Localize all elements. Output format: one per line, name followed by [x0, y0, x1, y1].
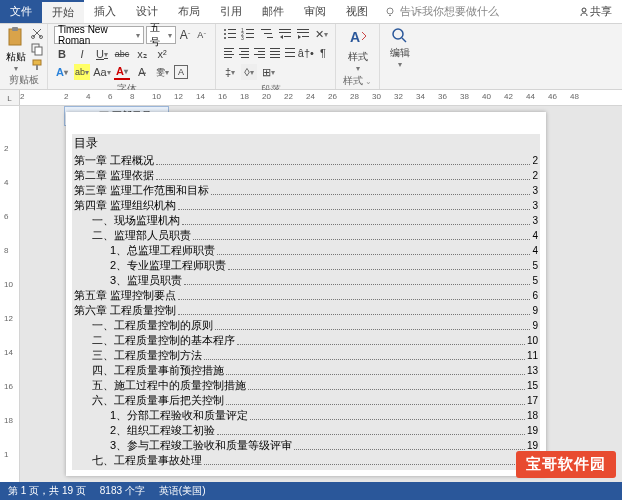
align-distribute-button[interactable]	[283, 45, 295, 61]
toc-entry[interactable]: 四、工程质量事前预控措施13	[74, 363, 538, 378]
font-color-button[interactable]: A▾	[114, 64, 130, 80]
vruler-tick: 4	[4, 178, 8, 187]
toc-entry[interactable]: 2、组织工程竣工初验19	[74, 423, 538, 438]
char-border-button[interactable]: A	[174, 65, 188, 79]
svg-point-14	[224, 37, 226, 39]
align-justify-button[interactable]	[268, 45, 280, 61]
italic-button[interactable]: I	[74, 46, 90, 62]
page: 目录 第一章 工程概况2第二章 监理依据2第三章 监理工作范围和目标3第四章 监…	[66, 112, 546, 476]
status-language[interactable]: 英语(美国)	[159, 484, 206, 498]
toc-entry[interactable]: 第六章 工程质量控制9	[74, 303, 538, 318]
toc-entry[interactable]: 一、工程质量控制的原则9	[74, 318, 538, 333]
bold-button[interactable]: B	[54, 46, 70, 62]
phonetic-button[interactable]: 雯▾	[154, 64, 170, 80]
toc-entry[interactable]: 二、监理部人员职责4	[74, 228, 538, 243]
grow-font-button[interactable]: Aˆ	[178, 27, 193, 43]
svg-rect-46	[270, 57, 280, 58]
toc-leader	[217, 243, 530, 255]
text-effects-button[interactable]: A▾	[54, 64, 70, 80]
underline-button[interactable]: U▾	[94, 46, 110, 62]
font-size-select[interactable]: 五号▾	[146, 26, 176, 44]
cut-icon[interactable]	[30, 26, 44, 40]
ruler-tick: 8	[130, 92, 134, 101]
toc-entry-text: 一、现场监理机构	[92, 213, 180, 228]
toc-entry[interactable]: 第一章 工程概况2	[74, 153, 538, 168]
align-right-button[interactable]	[252, 45, 264, 61]
asian-layout-button[interactable]: ✕▾	[314, 26, 329, 42]
toc-entry-text: 一、工程质量控制的原则	[92, 318, 213, 333]
clear-format-button[interactable]: A̶	[134, 64, 150, 80]
tab-mail[interactable]: 邮件	[252, 0, 294, 23]
horizontal-ruler[interactable]: L 22468101214161820222426283032343638404…	[0, 90, 622, 106]
toc-entry[interactable]: 3、监理员职责5	[74, 273, 538, 288]
status-page[interactable]: 第 1 页，共 19 页	[8, 484, 86, 498]
borders-button[interactable]: ⊞▾	[260, 64, 276, 80]
toc-entry[interactable]: 第五章 监理控制要点6	[74, 288, 538, 303]
increase-indent-button[interactable]	[295, 26, 310, 42]
toc-leader	[184, 273, 530, 285]
shrink-font-button[interactable]: Aˇ	[194, 27, 209, 43]
toc-entry-text: 3、监理员职责	[110, 273, 182, 288]
format-painter-icon[interactable]	[30, 58, 44, 72]
styles-button[interactable]: A 样式▾	[346, 26, 370, 73]
ruler-tick: 34	[416, 92, 425, 101]
share-button[interactable]: 共享	[568, 0, 622, 23]
sort-button[interactable]: â†•	[298, 45, 314, 61]
decrease-indent-button[interactable]	[277, 26, 292, 42]
tab-references[interactable]: 引用	[210, 0, 252, 23]
document-area[interactable]: ▾ 更新目录... 目录 第一章 工程概况2第二章 监理依据2第三章 监理工作范…	[20, 106, 622, 482]
tab-view[interactable]: 视图	[336, 0, 378, 23]
toc-entry[interactable]: 3、参与工程竣工验收和质量等级评审19	[74, 438, 538, 453]
toc-entry[interactable]: 2、专业监理工程师职责5	[74, 258, 538, 273]
ruler-corner[interactable]: L	[0, 90, 20, 106]
copy-icon[interactable]	[30, 42, 44, 56]
superscript-button[interactable]: x²	[154, 46, 170, 62]
toc-entry[interactable]: 1、分部工程验收和质量评定18	[74, 408, 538, 423]
font-name-select[interactable]: Times New Roman▾	[54, 26, 144, 44]
toc-entry[interactable]: 第三章 监理工作范围和目标3	[74, 183, 538, 198]
strike-button[interactable]: abc	[114, 46, 130, 62]
bullets-button[interactable]	[222, 26, 237, 42]
ruler-tick: 10	[152, 92, 161, 101]
line-spacing-button[interactable]: ‡▾	[222, 64, 238, 80]
toc-entry[interactable]: 六、工程质量事后把关控制17	[74, 393, 538, 408]
tell-me[interactable]: 告诉我你想要做什么	[378, 0, 568, 23]
align-center-button[interactable]	[237, 45, 249, 61]
toc-entry[interactable]: 第二章 监理依据2	[74, 168, 538, 183]
svg-rect-3	[12, 27, 18, 31]
toc-entry-text: 六、工程质量事后把关控制	[92, 393, 224, 408]
toc-entry[interactable]: 三、工程质量控制方法11	[74, 348, 538, 363]
toc-entry[interactable]: 第四章 监理组织机构3	[74, 198, 538, 213]
ruler-tick: 20	[262, 92, 271, 101]
tab-layout[interactable]: 布局	[168, 0, 210, 23]
numbering-button[interactable]: 123	[240, 26, 255, 42]
toc-entry[interactable]: 七、工程质量事故处理19	[74, 453, 538, 468]
vruler-tick: 16	[4, 382, 13, 391]
multilevel-button[interactable]	[259, 26, 274, 42]
toc-entry-text: 四、工程质量事前预控措施	[92, 363, 224, 378]
tab-home[interactable]: 开始	[42, 0, 84, 23]
tab-design[interactable]: 设计	[126, 0, 168, 23]
status-words[interactable]: 8183 个字	[100, 484, 145, 498]
change-case-button[interactable]: Aa▾	[94, 64, 110, 80]
ruler-tick: 48	[570, 92, 579, 101]
tab-file[interactable]: 文件	[0, 0, 42, 23]
highlight-button[interactable]: ab▾	[74, 64, 90, 80]
svg-rect-33	[224, 54, 234, 55]
vertical-ruler[interactable]: 246810121416181	[0, 106, 20, 482]
toc-entry[interactable]: 1、总监理工程师职责4	[74, 243, 538, 258]
shading-button[interactable]: ◊▾	[241, 64, 257, 80]
align-left-button[interactable]	[222, 45, 234, 61]
svg-rect-47	[285, 48, 295, 49]
toc-entry[interactable]: 二、工程质量控制的基本程序10	[74, 333, 538, 348]
editing-button[interactable]: 编辑▾	[390, 26, 410, 69]
toc-field[interactable]: 目录 第一章 工程概况2第二章 监理依据2第三章 监理工作范围和目标3第四章 监…	[72, 134, 540, 470]
tab-insert[interactable]: 插入	[84, 0, 126, 23]
subscript-button[interactable]: x₂	[134, 46, 150, 62]
paste-button[interactable]: 粘贴 ▾	[6, 26, 26, 73]
tab-review[interactable]: 审阅	[294, 0, 336, 23]
show-marks-button[interactable]: ¶	[317, 45, 329, 61]
ruler-tick: 14	[196, 92, 205, 101]
toc-entry[interactable]: 一、现场监理机构3	[74, 213, 538, 228]
toc-entry[interactable]: 五、施工过程中的质量控制措施15	[74, 378, 538, 393]
